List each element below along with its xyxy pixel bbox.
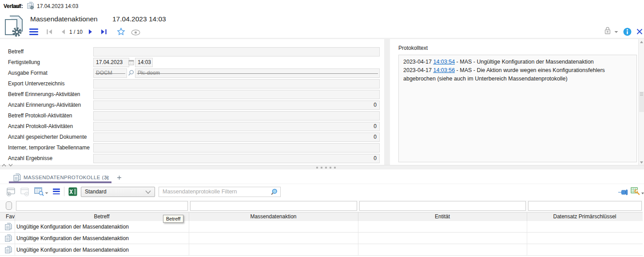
- fertigstellung-date-field[interactable]: 17.04.2023: [93, 58, 129, 67]
- scroll-down-icon[interactable]: [640, 161, 643, 164]
- ausgabe-format-code-text: DOCM: [94, 70, 112, 76]
- record-pager: 1 / 10: [67, 29, 85, 35]
- log-entry: 2023-04-17 14:03:56 - MAS - Die Aktion w…: [403, 66, 632, 83]
- export-unterverzeichnis-field[interactable]: [93, 79, 380, 88]
- field-label-anzahl-erinnerungs: Anzahl Erinnerungs-Aktivitäten: [8, 100, 81, 110]
- splitter-grip[interactable]: [316, 167, 336, 169]
- massendatenaktionen-window: Verlauf: Verlauf: 17.04.2023 14:03 Masse…: [0, 0, 644, 257]
- protokolltext-label: Protokolltext: [398, 45, 428, 51]
- view-select-value: Standard: [85, 189, 107, 195]
- app-icon: [4, 15, 24, 37]
- new-record-icon[interactable]: [6, 187, 16, 197]
- filter-field-entitaet[interactable]: [359, 201, 526, 211]
- field-label-anzahl-protokoll: Anzahl Protokoll-Aktivitäten: [8, 122, 73, 131]
- first-record-button[interactable]: [46, 29, 53, 35]
- log-time-link[interactable]: 14:03:54: [433, 59, 455, 65]
- row-doc-icon: [5, 246, 12, 253]
- table-search-caret-icon[interactable]: [45, 192, 48, 194]
- filter-input[interactable]: [159, 187, 281, 197]
- column-header-massendatenaktion[interactable]: Massendatenaktion: [189, 213, 358, 221]
- tab-massendatenprotokolle[interactable]: MASSENDATENPROTOKOLLE (3): [24, 175, 109, 180]
- page-title-date: 17.04.2023 14:03: [112, 15, 166, 23]
- ausgabe-format-value-field[interactable]: Pk: docm: [135, 68, 380, 78]
- page-title: Massendatenaktionen: [30, 15, 98, 23]
- subpanel-menu-hamburger-icon[interactable]: [53, 189, 60, 195]
- table-settings-wrench-icon[interactable]: [631, 187, 640, 196]
- table-row[interactable]: Ungültige Konfiguration der Massendatena…: [0, 233, 643, 244]
- menu-hamburger-icon[interactable]: [29, 28, 38, 35]
- field-label-betreff: Betreff: [8, 47, 24, 56]
- filter-field-datensatz[interactable]: [528, 201, 642, 211]
- betreff-field[interactable]: [93, 47, 380, 56]
- anzahl-erinnerungs-field[interactable]: 0: [93, 100, 380, 110]
- verlauf-entry-link[interactable]: 17.04.2023 14:03: [37, 3, 78, 9]
- info-icon[interactable]: [623, 28, 632, 36]
- betreff-tooltip: Betreff: [163, 215, 183, 223]
- anzahl-ergebnisse-field[interactable]: 0: [93, 154, 380, 163]
- tab-doc-icon: [13, 173, 21, 181]
- row-betreff: Ungültige Konfiguration der Massendatena…: [16, 246, 129, 254]
- lock-icon[interactable]: [604, 26, 611, 35]
- anzahl-protokoll-field[interactable]: 0: [93, 122, 380, 131]
- field-label-export-unterverzeichnis: Export Unterverzeichnis: [8, 79, 64, 88]
- fav-filter-checkbox[interactable]: [6, 201, 12, 210]
- tabellenname-field[interactable]: [93, 143, 380, 153]
- scrollbar-thumb[interactable]: [639, 92, 644, 112]
- field-label-betreff-erinnerungs: Betreff Erinnerungs-Aktivitäten: [8, 90, 80, 99]
- next-record-button[interactable]: [88, 29, 93, 35]
- table-row[interactable]: Ungültige Konfiguration der Massendatena…: [0, 221, 643, 233]
- pin-icon[interactable]: [618, 189, 628, 195]
- betreff-erinnerungs-field[interactable]: [93, 90, 380, 99]
- log-text: - MAS - Ungültige Konfiguration der Mass…: [457, 59, 594, 65]
- previous-record-button[interactable]: [60, 29, 65, 35]
- tab-close-icon[interactable]: [105, 176, 109, 180]
- filter-search-icon[interactable]: [270, 189, 278, 196]
- column-header-datensatz[interactable]: Datensatz Primärschlüssel: [527, 213, 643, 221]
- scroll-up-icon[interactable]: [640, 41, 643, 43]
- ausgabe-format-value-text: Pk: docm: [135, 70, 160, 76]
- collapse-down-icon[interactable]: [8, 164, 13, 167]
- history-doc-gear-icon[interactable]: [27, 2, 35, 10]
- lookup-magnifier-icon[interactable]: [128, 70, 134, 76]
- field-label-tabellenname: Interner, temporärer Tabellenname: [8, 143, 90, 153]
- field-label-fertigstellung: Fertigstellung: [8, 58, 40, 67]
- select-chevron-icon: [145, 190, 151, 194]
- column-header-entitaet[interactable]: Entität: [358, 213, 527, 221]
- field-label-anzahl-dokumente: Anzahl gespeicherter Dokumente: [8, 133, 87, 142]
- calendar-icon[interactable]: [128, 59, 134, 65]
- verlauf-label-bold: Verlauf:: [4, 3, 23, 9]
- row-betreff: Ungültige Konfiguration der Massendatena…: [16, 223, 129, 231]
- betreff-protokoll-field[interactable]: [93, 111, 380, 120]
- excel-export-icon[interactable]: [68, 187, 77, 196]
- view-select[interactable]: Standard: [81, 187, 155, 197]
- last-record-button[interactable]: [100, 29, 107, 35]
- close-icon[interactable]: [636, 28, 643, 35]
- remove-record-icon[interactable]: [20, 187, 29, 197]
- log-entry: 2023-04-17 14:03:54 - MAS - Ungültige Ko…: [403, 58, 632, 66]
- table-settings-caret-icon[interactable]: [641, 193, 644, 194]
- log-time-link[interactable]: 14:03:56: [433, 67, 455, 73]
- row-doc-icon: [5, 234, 12, 242]
- column-header-fav[interactable]: Fav: [6, 213, 15, 221]
- field-label-anzahl-ergebnisse: Anzahl Ergebnisse: [8, 154, 52, 163]
- fertigstellung-time-field[interactable]: 14:03: [135, 58, 153, 67]
- vertical-scrollbar[interactable]: [638, 39, 644, 165]
- table-header-row: Fav Betreff Massendatenaktion Entität Da…: [0, 212, 643, 221]
- filter-field-betreff[interactable]: [16, 201, 188, 211]
- field-label-ausgabe-format: Ausgabe Format: [8, 68, 48, 78]
- row-betreff: Ungültige Konfiguration der Massendatena…: [16, 234, 129, 242]
- table-search-icon[interactable]: [34, 187, 44, 196]
- vertical-splitter[interactable]: [384, 39, 390, 165]
- anzahl-dokumente-field[interactable]: 0: [93, 133, 380, 142]
- table-row[interactable]: Ungültige Konfiguration der Massendatena…: [0, 244, 643, 256]
- log-date: 2023-04-17: [403, 59, 432, 65]
- lock-dropdown-caret-icon[interactable]: [614, 31, 618, 33]
- protokolltext-box[interactable]: 2023-04-17 14:03:54 - MAS - Ungültige Ko…: [398, 55, 637, 162]
- ausgabe-format-code-field[interactable]: DOCM: [93, 68, 127, 78]
- collapse-up-icon[interactable]: [2, 164, 6, 167]
- filter-field-massendatenaktion[interactable]: [190, 201, 357, 211]
- watch-eye-icon[interactable]: [131, 29, 140, 36]
- add-tab-icon[interactable]: [117, 175, 122, 180]
- toolbar-separator: [64, 187, 64, 196]
- favorite-star-icon[interactable]: [117, 28, 125, 36]
